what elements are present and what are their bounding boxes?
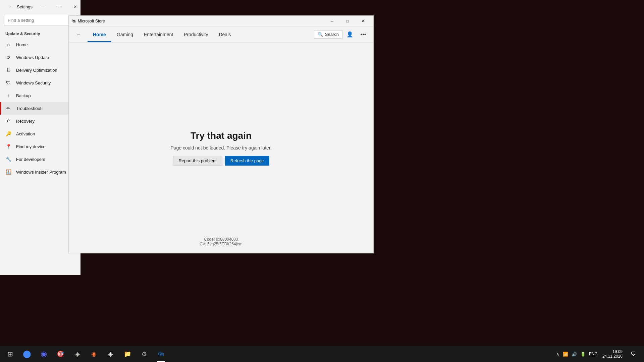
- notification-button[interactable]: 🗨: [627, 346, 639, 362]
- tab-entertainment[interactable]: Entertainment: [139, 26, 178, 42]
- settings-titlebar: ← Settings ─ □ ✕: [0, 0, 80, 13]
- error-container: Try that again Page could not be loaded.…: [170, 130, 271, 166]
- clock[interactable]: 19:09 24.11.2020: [600, 349, 625, 359]
- game1-icon: 🎯: [56, 350, 64, 358]
- recovery-icon: ↶: [5, 118, 11, 124]
- sidebar-item-label: Windows Update: [16, 55, 49, 60]
- taskbar: ⊞ ⬤ ◉ 🎯 ◈ ◉ ◈ 📁 ⚙ 🛍 ∧ 📶 🔊 🔋 ENG 19:09 24…: [0, 346, 644, 362]
- tab-deals[interactable]: Deals: [213, 26, 236, 42]
- settings-app-icon: ⚙: [140, 350, 148, 358]
- settings-window-controls: ─ □ ✕: [35, 2, 83, 12]
- tray-expand-icon[interactable]: ∧: [555, 351, 560, 357]
- tab-home[interactable]: Home: [88, 26, 111, 42]
- chrome-icon: ⬤: [23, 350, 31, 358]
- taskbar-app-settings[interactable]: ⚙: [136, 346, 152, 362]
- store-title: 🛍 Microsoft Store: [71, 18, 105, 23]
- store-title-icon: 🛍: [71, 18, 76, 23]
- activation-icon: 🔑: [5, 131, 11, 137]
- settings-header: ← Settings: [4, 0, 35, 13]
- sidebar-item-label: Backup: [16, 93, 31, 98]
- backup-icon: ↑: [5, 93, 11, 99]
- store-navbar: ← Home Gaming Entertainment Productivity…: [69, 26, 373, 43]
- more-icon: •••: [361, 32, 366, 38]
- tab-entertainment-label: Entertainment: [144, 32, 173, 37]
- settings-search-input[interactable]: [4, 15, 76, 25]
- refresh-page-button[interactable]: Refresh the page: [225, 156, 269, 166]
- date-display: 24.11.2020: [602, 354, 623, 359]
- store-window-controls: ─ □ ✕: [324, 16, 371, 26]
- start-button[interactable]: ⊞: [2, 346, 18, 362]
- language-indicator[interactable]: ENG: [589, 352, 598, 356]
- error-subtitle: Page could not be loaded. Please try aga…: [170, 145, 271, 150]
- sidebar-item-label: Recovery: [16, 119, 35, 124]
- report-problem-button[interactable]: Report this problem: [173, 156, 222, 166]
- developers-icon: 🔧: [5, 156, 11, 162]
- delivery-icon: ⇅: [5, 67, 11, 73]
- store-minimize-button[interactable]: ─: [324, 16, 340, 26]
- store-title-text: Microsoft Store: [78, 19, 105, 23]
- taskbar-app-explorer[interactable]: 📁: [119, 346, 136, 362]
- find-device-icon: 📍: [5, 143, 11, 149]
- store-content: Try that again Page could not be loaded.…: [69, 43, 373, 253]
- taskbar-app-discord[interactable]: ◉: [36, 346, 52, 362]
- tab-productivity[interactable]: Productivity: [178, 26, 213, 42]
- network-icon[interactable]: 📶: [562, 351, 569, 357]
- error-buttons: Report this problem Refresh the page: [173, 156, 269, 166]
- error-code: Code: 0x80004003: [200, 237, 243, 242]
- taskbar-app-origin[interactable]: ◉: [86, 346, 102, 362]
- windows-icon: ⊞: [7, 350, 13, 358]
- error-title: Try that again: [191, 130, 252, 141]
- explorer-icon: 📁: [123, 350, 131, 358]
- store-app-icon: 🛍: [157, 350, 165, 358]
- time-display: 19:09: [602, 349, 623, 354]
- troubleshoot-icon: ✏: [5, 105, 11, 111]
- store-search-button[interactable]: 🔍 Search: [314, 30, 342, 39]
- user-icon: 👤: [346, 31, 353, 38]
- error-footer: Code: 0x80004003 CV: 5vq25t5EDk264jem: [200, 237, 243, 246]
- cv-code: CV: 5vq25t5EDk264jem: [200, 242, 243, 246]
- store-titlebar: 🛍 Microsoft Store ─ □ ✕: [69, 16, 373, 26]
- store-maximize-button[interactable]: □: [340, 16, 355, 26]
- tab-gaming-label: Gaming: [117, 32, 133, 37]
- taskbar-app-game1[interactable]: 🎯: [52, 346, 68, 362]
- insider-icon: 🪟: [5, 169, 11, 175]
- settings-back-button[interactable]: ←: [7, 2, 17, 12]
- taskbar-app-chrome[interactable]: ⬤: [19, 346, 35, 362]
- tab-gaming[interactable]: Gaming: [111, 26, 139, 42]
- sidebar-item-label: Delivery Optimization: [16, 68, 57, 73]
- tab-deals-label: Deals: [219, 32, 231, 37]
- settings-minimize-button[interactable]: ─: [35, 2, 51, 12]
- store-nav-right: 🔍 Search 👤 •••: [314, 28, 369, 41]
- sidebar-item-label: Find my device: [16, 144, 45, 149]
- store-tabs: Home Gaming Entertainment Productivity D…: [88, 26, 314, 42]
- discord-icon: ◉: [40, 350, 48, 358]
- store-more-button[interactable]: •••: [357, 28, 369, 41]
- store-search-label: Search: [325, 32, 339, 37]
- settings-title: Settings: [17, 4, 33, 9]
- search-icon: 🔍: [318, 32, 323, 37]
- tab-productivity-label: Productivity: [184, 32, 208, 37]
- settings-search-container: [4, 15, 76, 25]
- store-user-button[interactable]: 👤: [344, 28, 356, 41]
- store-back-button[interactable]: ←: [73, 28, 85, 41]
- taskbar-app-epic[interactable]: ◈: [103, 346, 119, 362]
- sidebar-item-label: Windows Security: [16, 80, 51, 85]
- home-icon: ⌂: [5, 42, 11, 48]
- sidebar-item-label: Troubleshoot: [16, 106, 41, 111]
- taskbar-app-store[interactable]: 🛍: [153, 346, 169, 362]
- settings-maximize-button[interactable]: □: [51, 2, 67, 12]
- store-close-button[interactable]: ✕: [355, 16, 371, 26]
- taskbar-app-steam[interactable]: ◈: [69, 346, 85, 362]
- sidebar-item-label: Home: [16, 42, 28, 47]
- steam-icon: ◈: [73, 350, 81, 358]
- notification-icon: 🗨: [631, 351, 636, 357]
- battery-icon[interactable]: 🔋: [580, 351, 586, 357]
- origin-icon: ◉: [90, 350, 98, 358]
- sidebar-item-label: Activation: [16, 131, 35, 136]
- settings-close-button[interactable]: ✕: [67, 2, 83, 12]
- tab-home-label: Home: [93, 32, 106, 37]
- taskbar-right: ∧ 📶 🔊 🔋 ENG 19:09 24.11.2020 🗨: [555, 346, 642, 362]
- sidebar-item-label: For developers: [16, 157, 45, 162]
- epic-icon: ◈: [107, 350, 115, 358]
- volume-icon[interactable]: 🔊: [571, 351, 578, 357]
